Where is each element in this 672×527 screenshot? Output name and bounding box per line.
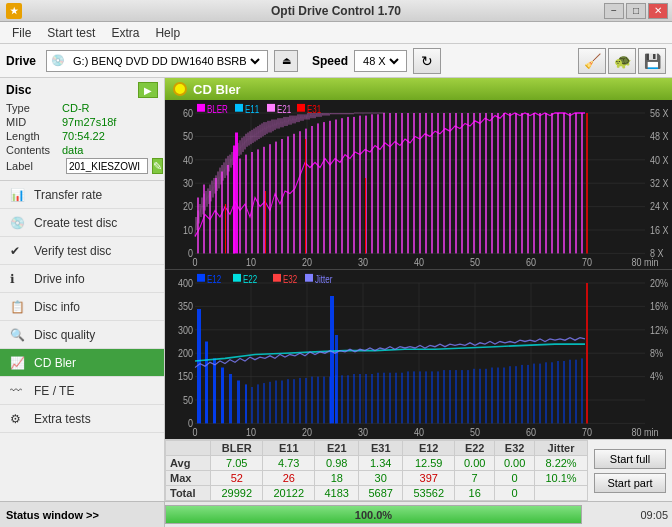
svg-rect-221	[545, 362, 547, 423]
close-button[interactable]: ✕	[648, 3, 668, 19]
svg-text:20: 20	[302, 426, 312, 438]
svg-rect-38	[197, 104, 205, 112]
sidebar-label-create-test-disc: Create test disc	[34, 216, 117, 230]
svg-rect-107	[557, 113, 559, 253]
start-full-button[interactable]: Start full	[594, 449, 666, 469]
menu-file[interactable]: File	[4, 24, 39, 42]
label-input[interactable]	[66, 158, 148, 174]
svg-text:4%: 4%	[650, 370, 663, 382]
svg-text:60: 60	[526, 426, 536, 438]
svg-rect-205	[449, 370, 451, 423]
status-window-label[interactable]: Status window >>	[0, 502, 165, 527]
svg-rect-169	[245, 384, 247, 423]
svg-rect-189	[353, 374, 355, 423]
svg-rect-209	[473, 369, 475, 424]
minimize-button[interactable]: −	[604, 3, 624, 19]
clear-button[interactable]: 🧹	[578, 48, 606, 74]
refresh-button[interactable]: ↻	[413, 48, 441, 74]
col-header-label	[166, 441, 211, 456]
save-button[interactable]: 💾	[638, 48, 666, 74]
svg-text:10: 10	[246, 426, 256, 438]
status-progress: 100.0% 09:05	[165, 502, 672, 527]
total-e31: 5687	[359, 486, 403, 501]
col-header-e31: E31	[359, 441, 403, 456]
svg-rect-70	[335, 120, 337, 254]
maximize-button[interactable]: □	[626, 3, 646, 19]
svg-rect-217	[521, 365, 523, 424]
sidebar-item-extra-tests[interactable]: ⚙ Extra tests	[0, 405, 164, 433]
start-part-button[interactable]: Start part	[594, 473, 666, 493]
sidebar-item-disc-info[interactable]: 📋 Disc info	[0, 293, 164, 321]
svg-rect-60	[275, 142, 277, 254]
menu-start-test[interactable]: Start test	[39, 24, 103, 42]
svg-rect-57	[257, 149, 259, 253]
svg-rect-193	[377, 373, 379, 424]
length-label: Length	[6, 130, 62, 142]
fe-te-icon: 〰	[10, 384, 26, 398]
avg-jitter: 8.22%	[535, 456, 588, 471]
svg-rect-227	[581, 358, 583, 423]
sidebar-item-cd-bler[interactable]: 📈 CD Bler	[0, 349, 164, 377]
svg-rect-51	[221, 172, 223, 254]
eject-button[interactable]: ⏏	[274, 50, 298, 72]
svg-rect-74	[359, 116, 361, 254]
svg-rect-113	[235, 133, 238, 254]
total-e32: 0	[495, 486, 535, 501]
svg-rect-225	[569, 360, 571, 424]
svg-rect-176	[275, 381, 277, 424]
svg-rect-109	[569, 113, 571, 253]
svg-rect-76	[371, 114, 373, 253]
sidebar-item-transfer-rate[interactable]: 📊 Transfer rate	[0, 181, 164, 209]
sidebar-label-drive-info: Drive info	[34, 272, 85, 286]
svg-rect-195	[389, 373, 391, 424]
svg-rect-48	[203, 185, 205, 254]
disc-edit-button[interactable]: ✎	[152, 158, 163, 174]
disc-arrow-button[interactable]: ▶	[138, 82, 158, 98]
svg-rect-47	[197, 198, 199, 254]
svg-rect-118	[165, 270, 672, 439]
avg-e21: 0.98	[315, 456, 359, 471]
avg-bler: 7.05	[211, 456, 263, 471]
svg-rect-222	[551, 362, 553, 423]
svg-text:10: 10	[183, 224, 193, 236]
contents-label: Contents	[6, 144, 62, 156]
sidebar-item-disc-quality[interactable]: 🔍 Disc quality	[0, 321, 164, 349]
svg-rect-198	[407, 371, 409, 423]
progress-text: 100.0%	[165, 505, 582, 524]
sidebar-item-drive-info[interactable]: ℹ Drive info	[0, 265, 164, 293]
svg-rect-184	[323, 377, 325, 424]
menu-extra[interactable]: Extra	[103, 24, 147, 42]
toolbar-buttons: 🧹 🐢 💾	[578, 48, 666, 74]
speed-dropdown[interactable]: 48 X	[359, 54, 402, 68]
sidebar-label-cd-bler: CD Bler	[34, 356, 76, 370]
svg-text:300: 300	[178, 324, 193, 336]
speed-test-button[interactable]: 🐢	[608, 48, 636, 74]
sidebar-item-fe-te[interactable]: 〰 FE / TE	[0, 377, 164, 405]
max-label: Max	[166, 471, 211, 486]
speed-label: Speed	[312, 54, 348, 68]
svg-rect-108	[563, 113, 565, 253]
svg-text:10: 10	[246, 256, 256, 268]
svg-rect-97	[497, 113, 499, 253]
drive-dropdown[interactable]: G:) BENQ DVD DD DW1640 BSRB	[69, 54, 263, 68]
svg-rect-201	[425, 371, 427, 423]
speed-selector[interactable]: 48 X	[354, 50, 407, 72]
svg-rect-71	[341, 118, 343, 253]
max-e12: 397	[403, 471, 455, 486]
drive-label: Drive	[6, 54, 36, 68]
menu-help[interactable]: Help	[147, 24, 188, 42]
svg-text:E21: E21	[277, 104, 291, 115]
sidebar-item-create-test-disc[interactable]: 💿 Create test disc	[0, 209, 164, 237]
max-e32: 0	[495, 471, 535, 486]
svg-rect-216	[515, 366, 517, 423]
svg-rect-173	[257, 384, 259, 423]
total-e11: 20122	[263, 486, 315, 501]
svg-rect-179	[293, 379, 295, 423]
svg-text:E11: E11	[245, 104, 259, 115]
svg-rect-100	[515, 113, 517, 253]
sidebar-item-verify-test-disc[interactable]: ✔ Verify test disc	[0, 237, 164, 265]
svg-rect-202	[431, 371, 433, 423]
svg-rect-191	[365, 374, 367, 423]
mid-label: MID	[6, 116, 62, 128]
drive-selector[interactable]: 💿 G:) BENQ DVD DD DW1640 BSRB	[46, 50, 268, 72]
